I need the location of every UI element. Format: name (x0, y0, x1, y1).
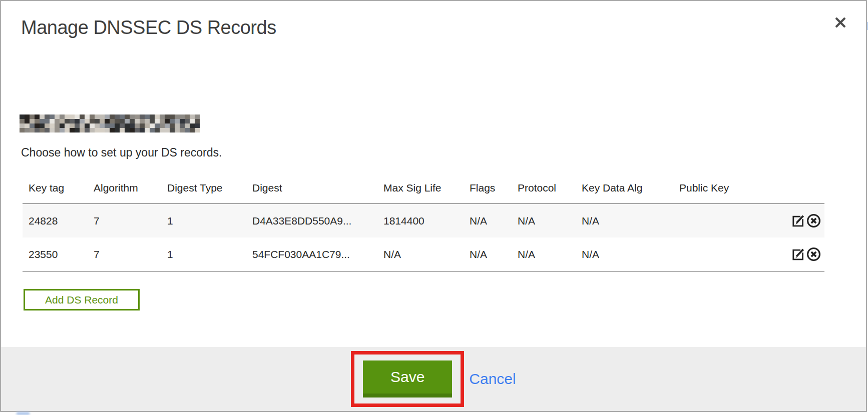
cell-digest: D4A33E8DD550A9... (252, 204, 383, 238)
col-header-public-key: Public Key (679, 182, 782, 204)
cell-flags: N/A (470, 204, 518, 238)
circle-x-icon (806, 252, 821, 264)
delete-record-button[interactable] (806, 246, 821, 262)
col-header-key-tag: Key tag (23, 182, 94, 204)
cell-key-data-alg: N/A (582, 238, 679, 272)
edit-icon (790, 219, 806, 230)
col-header-actions (782, 182, 824, 204)
cell-public-key (679, 238, 782, 272)
col-header-digest-type: Digest Type (167, 182, 252, 204)
save-button[interactable]: Save (363, 360, 452, 398)
page-title: Manage DNSSEC DS Records (21, 17, 276, 38)
table-row: 23550 7 1 54FCF030AA1C79... N/A N/A N/A … (23, 238, 824, 272)
col-header-max-sig-life: Max Sig Life (383, 182, 470, 204)
cell-key-tag: 24828 (23, 204, 94, 238)
circle-x-icon (806, 219, 821, 230)
cell-max-sig-life: N/A (383, 238, 470, 272)
background-page-artifact (17, 412, 30, 415)
cell-flags: N/A (470, 238, 518, 272)
table-header-row: Key tag Algorithm Digest Type Digest Max… (23, 182, 824, 204)
close-icon (834, 16, 847, 31)
row-actions (782, 204, 824, 238)
row-actions (782, 238, 824, 272)
instructions-text: Choose how to set up your DS records. (21, 146, 222, 160)
cell-digest-type: 1 (167, 204, 252, 238)
cell-algorithm: 7 (94, 238, 167, 272)
table-row: 24828 7 1 D4A33E8DD550A9... 1814400 N/A … (23, 204, 824, 238)
col-header-algorithm: Algorithm (94, 182, 167, 204)
col-header-digest: Digest (252, 182, 383, 204)
edit-icon (790, 252, 806, 264)
edit-record-button[interactable] (790, 213, 806, 228)
cell-public-key (679, 204, 782, 238)
close-button[interactable] (831, 14, 850, 33)
col-header-key-data-alg: Key Data Alg (582, 182, 679, 204)
cell-protocol: N/A (518, 204, 582, 238)
cell-key-tag: 23550 (23, 238, 94, 272)
col-header-flags: Flags (470, 182, 518, 204)
edit-record-button[interactable] (790, 246, 806, 262)
delete-record-button[interactable] (806, 213, 821, 228)
cancel-link[interactable]: Cancel (469, 370, 516, 388)
col-header-protocol: Protocol (518, 182, 582, 204)
red-highlight-annotation: Save (351, 351, 464, 407)
cell-digest-type: 1 (167, 238, 252, 272)
cell-key-data-alg: N/A (582, 204, 679, 238)
add-ds-record-button[interactable]: Add DS Record (24, 289, 140, 310)
manage-dnssec-modal: Manage DNSSEC DS Records Choose how to s… (0, 0, 867, 412)
domain-name-redacted (20, 114, 200, 132)
cell-algorithm: 7 (94, 204, 167, 238)
cell-max-sig-life: 1814400 (383, 204, 470, 238)
cell-protocol: N/A (518, 238, 582, 272)
modal-footer: Save Cancel (1, 347, 866, 411)
ds-records-table: Key tag Algorithm Digest Type Digest Max… (23, 182, 824, 272)
cell-digest: 54FCF030AA1C79... (252, 238, 383, 272)
